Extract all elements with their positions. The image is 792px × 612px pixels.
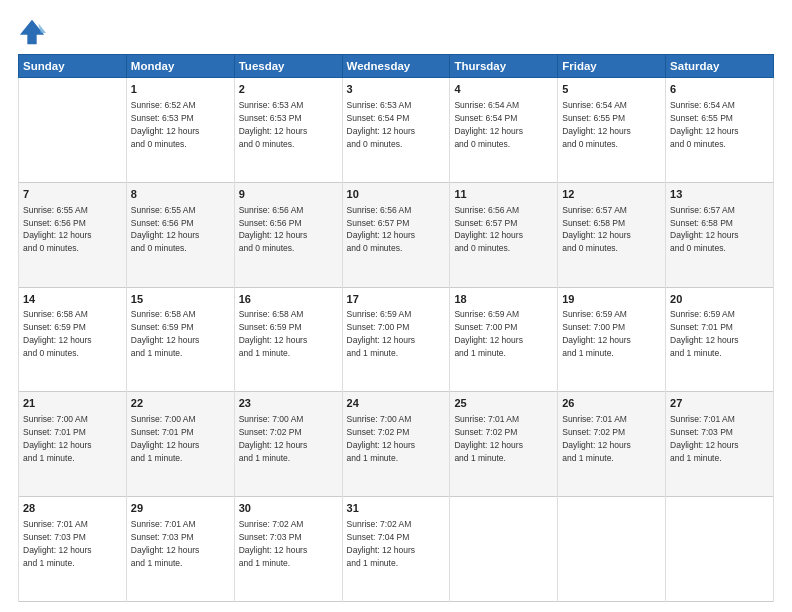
- calendar-cell: 19Sunrise: 6:59 AM Sunset: 7:00 PM Dayli…: [558, 287, 666, 392]
- day-number: 4: [454, 82, 553, 97]
- day-number: 28: [23, 501, 122, 516]
- day-info: Sunrise: 7:02 AM Sunset: 7:03 PM Dayligh…: [239, 519, 308, 568]
- calendar-cell: [19, 78, 127, 183]
- day-number: 24: [347, 396, 446, 411]
- day-number: 30: [239, 501, 338, 516]
- day-number: 1: [131, 82, 230, 97]
- day-number: 3: [347, 82, 446, 97]
- day-number: 10: [347, 187, 446, 202]
- day-number: 26: [562, 396, 661, 411]
- weekday-header-tuesday: Tuesday: [234, 55, 342, 78]
- weekday-row: SundayMondayTuesdayWednesdayThursdayFrid…: [19, 55, 774, 78]
- day-info: Sunrise: 6:58 AM Sunset: 6:59 PM Dayligh…: [131, 309, 200, 358]
- calendar-cell: 31Sunrise: 7:02 AM Sunset: 7:04 PM Dayli…: [342, 497, 450, 602]
- day-number: 20: [670, 292, 769, 307]
- day-number: 29: [131, 501, 230, 516]
- day-number: 5: [562, 82, 661, 97]
- week-row-5: 28Sunrise: 7:01 AM Sunset: 7:03 PM Dayli…: [19, 497, 774, 602]
- day-info: Sunrise: 6:54 AM Sunset: 6:54 PM Dayligh…: [454, 100, 523, 149]
- day-info: Sunrise: 6:59 AM Sunset: 7:00 PM Dayligh…: [562, 309, 631, 358]
- day-info: Sunrise: 6:56 AM Sunset: 6:56 PM Dayligh…: [239, 205, 308, 254]
- day-info: Sunrise: 6:53 AM Sunset: 6:54 PM Dayligh…: [347, 100, 416, 149]
- day-number: 21: [23, 396, 122, 411]
- calendar-cell: 24Sunrise: 7:00 AM Sunset: 7:02 PM Dayli…: [342, 392, 450, 497]
- weekday-header-friday: Friday: [558, 55, 666, 78]
- calendar-table: SundayMondayTuesdayWednesdayThursdayFrid…: [18, 54, 774, 602]
- day-info: Sunrise: 6:55 AM Sunset: 6:56 PM Dayligh…: [131, 205, 200, 254]
- day-info: Sunrise: 6:59 AM Sunset: 7:00 PM Dayligh…: [347, 309, 416, 358]
- day-info: Sunrise: 6:52 AM Sunset: 6:53 PM Dayligh…: [131, 100, 200, 149]
- calendar-cell: [666, 497, 774, 602]
- calendar-cell: 26Sunrise: 7:01 AM Sunset: 7:02 PM Dayli…: [558, 392, 666, 497]
- day-info: Sunrise: 7:01 AM Sunset: 7:03 PM Dayligh…: [131, 519, 200, 568]
- calendar-cell: 11Sunrise: 6:56 AM Sunset: 6:57 PM Dayli…: [450, 182, 558, 287]
- day-info: Sunrise: 6:59 AM Sunset: 7:00 PM Dayligh…: [454, 309, 523, 358]
- day-info: Sunrise: 6:57 AM Sunset: 6:58 PM Dayligh…: [670, 205, 739, 254]
- day-info: Sunrise: 6:56 AM Sunset: 6:57 PM Dayligh…: [347, 205, 416, 254]
- day-info: Sunrise: 7:00 AM Sunset: 7:02 PM Dayligh…: [239, 414, 308, 463]
- day-info: Sunrise: 6:59 AM Sunset: 7:01 PM Dayligh…: [670, 309, 739, 358]
- week-row-4: 21Sunrise: 7:00 AM Sunset: 7:01 PM Dayli…: [19, 392, 774, 497]
- day-info: Sunrise: 7:01 AM Sunset: 7:02 PM Dayligh…: [562, 414, 631, 463]
- logo: [18, 18, 50, 46]
- calendar-cell: [450, 497, 558, 602]
- calendar-cell: 7Sunrise: 6:55 AM Sunset: 6:56 PM Daylig…: [19, 182, 127, 287]
- calendar-cell: 28Sunrise: 7:01 AM Sunset: 7:03 PM Dayli…: [19, 497, 127, 602]
- day-number: 9: [239, 187, 338, 202]
- calendar-cell: 27Sunrise: 7:01 AM Sunset: 7:03 PM Dayli…: [666, 392, 774, 497]
- day-number: 27: [670, 396, 769, 411]
- week-row-1: 1Sunrise: 6:52 AM Sunset: 6:53 PM Daylig…: [19, 78, 774, 183]
- calendar-cell: 20Sunrise: 6:59 AM Sunset: 7:01 PM Dayli…: [666, 287, 774, 392]
- calendar-cell: 25Sunrise: 7:01 AM Sunset: 7:02 PM Dayli…: [450, 392, 558, 497]
- weekday-header-sunday: Sunday: [19, 55, 127, 78]
- day-info: Sunrise: 6:53 AM Sunset: 6:53 PM Dayligh…: [239, 100, 308, 149]
- calendar-cell: [558, 497, 666, 602]
- calendar-cell: 18Sunrise: 6:59 AM Sunset: 7:00 PM Dayli…: [450, 287, 558, 392]
- calendar-cell: 9Sunrise: 6:56 AM Sunset: 6:56 PM Daylig…: [234, 182, 342, 287]
- calendar-cell: 17Sunrise: 6:59 AM Sunset: 7:00 PM Dayli…: [342, 287, 450, 392]
- week-row-3: 14Sunrise: 6:58 AM Sunset: 6:59 PM Dayli…: [19, 287, 774, 392]
- weekday-header-monday: Monday: [126, 55, 234, 78]
- day-number: 7: [23, 187, 122, 202]
- weekday-header-thursday: Thursday: [450, 55, 558, 78]
- day-info: Sunrise: 6:56 AM Sunset: 6:57 PM Dayligh…: [454, 205, 523, 254]
- day-info: Sunrise: 6:54 AM Sunset: 6:55 PM Dayligh…: [562, 100, 631, 149]
- calendar-cell: 2Sunrise: 6:53 AM Sunset: 6:53 PM Daylig…: [234, 78, 342, 183]
- day-number: 14: [23, 292, 122, 307]
- calendar-cell: 12Sunrise: 6:57 AM Sunset: 6:58 PM Dayli…: [558, 182, 666, 287]
- calendar-cell: 30Sunrise: 7:02 AM Sunset: 7:03 PM Dayli…: [234, 497, 342, 602]
- calendar-cell: 5Sunrise: 6:54 AM Sunset: 6:55 PM Daylig…: [558, 78, 666, 183]
- calendar-cell: 23Sunrise: 7:00 AM Sunset: 7:02 PM Dayli…: [234, 392, 342, 497]
- calendar-cell: 3Sunrise: 6:53 AM Sunset: 6:54 PM Daylig…: [342, 78, 450, 183]
- day-number: 31: [347, 501, 446, 516]
- day-number: 22: [131, 396, 230, 411]
- calendar-cell: 22Sunrise: 7:00 AM Sunset: 7:01 PM Dayli…: [126, 392, 234, 497]
- calendar-cell: 4Sunrise: 6:54 AM Sunset: 6:54 PM Daylig…: [450, 78, 558, 183]
- day-info: Sunrise: 7:00 AM Sunset: 7:01 PM Dayligh…: [131, 414, 200, 463]
- day-number: 12: [562, 187, 661, 202]
- header: [18, 18, 774, 46]
- day-number: 16: [239, 292, 338, 307]
- day-number: 18: [454, 292, 553, 307]
- day-info: Sunrise: 6:58 AM Sunset: 6:59 PM Dayligh…: [239, 309, 308, 358]
- day-number: 8: [131, 187, 230, 202]
- day-info: Sunrise: 6:58 AM Sunset: 6:59 PM Dayligh…: [23, 309, 92, 358]
- page: SundayMondayTuesdayWednesdayThursdayFrid…: [0, 0, 792, 612]
- day-info: Sunrise: 6:55 AM Sunset: 6:56 PM Dayligh…: [23, 205, 92, 254]
- calendar-cell: 29Sunrise: 7:01 AM Sunset: 7:03 PM Dayli…: [126, 497, 234, 602]
- day-info: Sunrise: 7:01 AM Sunset: 7:03 PM Dayligh…: [670, 414, 739, 463]
- day-number: 2: [239, 82, 338, 97]
- logo-icon: [18, 18, 46, 46]
- day-number: 23: [239, 396, 338, 411]
- day-number: 19: [562, 292, 661, 307]
- week-row-2: 7Sunrise: 6:55 AM Sunset: 6:56 PM Daylig…: [19, 182, 774, 287]
- day-info: Sunrise: 6:54 AM Sunset: 6:55 PM Dayligh…: [670, 100, 739, 149]
- calendar-cell: 13Sunrise: 6:57 AM Sunset: 6:58 PM Dayli…: [666, 182, 774, 287]
- day-number: 25: [454, 396, 553, 411]
- day-info: Sunrise: 7:01 AM Sunset: 7:03 PM Dayligh…: [23, 519, 92, 568]
- calendar-cell: 8Sunrise: 6:55 AM Sunset: 6:56 PM Daylig…: [126, 182, 234, 287]
- day-info: Sunrise: 7:00 AM Sunset: 7:02 PM Dayligh…: [347, 414, 416, 463]
- calendar-cell: 16Sunrise: 6:58 AM Sunset: 6:59 PM Dayli…: [234, 287, 342, 392]
- day-info: Sunrise: 6:57 AM Sunset: 6:58 PM Dayligh…: [562, 205, 631, 254]
- day-info: Sunrise: 7:02 AM Sunset: 7:04 PM Dayligh…: [347, 519, 416, 568]
